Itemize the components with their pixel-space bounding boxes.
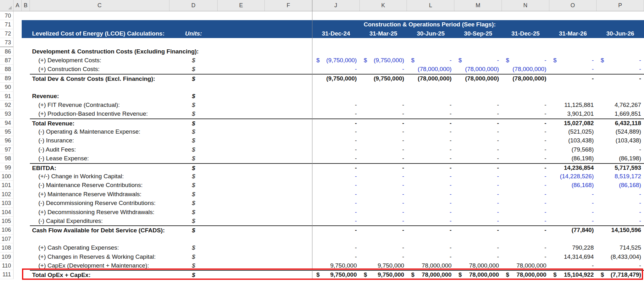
- cell-D100[interactable]: $: [169, 172, 218, 181]
- cell-E94[interactable]: [218, 119, 265, 127]
- cell-D94[interactable]: $: [169, 119, 218, 127]
- cell-K70[interactable]: [360, 11, 407, 20]
- cell-M111[interactable]: $78,000,000: [454, 270, 502, 279]
- cell-P106[interactable]: 14,150,596: [597, 225, 644, 234]
- cell-K110[interactable]: 9,750,000: [360, 261, 407, 270]
- cell-K94[interactable]: -: [360, 119, 407, 127]
- cell-F107[interactable]: [265, 235, 312, 243]
- row-header-73[interactable]: 73: [0, 38, 14, 47]
- cell-C86[interactable]: Development & Construction Costs (Exclud…: [30, 47, 199, 56]
- cell-N100[interactable]: -: [502, 172, 549, 181]
- row-header-103[interactable]: 103: [0, 199, 14, 207]
- cell-K106[interactable]: -: [360, 225, 407, 234]
- row-header-99[interactable]: 99: [0, 163, 14, 172]
- cell-K90[interactable]: [360, 83, 407, 91]
- cell-P107[interactable]: [597, 235, 644, 243]
- cell-O107[interactable]: [549, 235, 597, 243]
- cell-K97[interactable]: -: [360, 145, 407, 154]
- cell-M86[interactable]: [484, 47, 531, 56]
- cell-N107[interactable]: [502, 235, 549, 243]
- cell-O91[interactable]: [549, 92, 597, 101]
- cell-L89[interactable]: (78,000,000): [407, 74, 454, 83]
- cell-D73[interactable]: [169, 38, 218, 47]
- cell-O111[interactable]: $15,104,922: [549, 270, 597, 279]
- cell-O109[interactable]: 14,314,694: [549, 252, 597, 261]
- cell-P108[interactable]: 714,525: [597, 243, 644, 252]
- column-header-D[interactable]: D: [169, 0, 218, 11]
- column-header-L[interactable]: L: [407, 0, 454, 11]
- cell-F106[interactable]: [265, 225, 312, 234]
- cell-F109[interactable]: [265, 252, 312, 261]
- cell-L91[interactable]: [407, 92, 454, 101]
- cell-K105[interactable]: -: [360, 217, 407, 225]
- cell-E100[interactable]: [218, 172, 265, 181]
- cell-F90[interactable]: [265, 83, 312, 91]
- cell-O87[interactable]: $-: [549, 56, 597, 65]
- cell-P91[interactable]: [597, 92, 644, 101]
- cell-O73[interactable]: [549, 38, 597, 47]
- cell-L88[interactable]: (78,000,000): [407, 65, 454, 74]
- cell-J94[interactable]: -: [312, 119, 360, 127]
- cell-C106[interactable]: Cash Flow Available for Debt Service (CF…: [30, 225, 169, 234]
- cell-D86[interactable]: [199, 47, 247, 56]
- cell-L106[interactable]: -: [407, 225, 454, 234]
- cell-L70[interactable]: [407, 11, 454, 20]
- cell-J70[interactable]: [312, 11, 360, 20]
- cell-F102[interactable]: [265, 190, 312, 199]
- cell-N105[interactable]: -: [502, 217, 549, 225]
- cell-K73[interactable]: [360, 38, 407, 47]
- cell-K108[interactable]: -: [360, 243, 407, 252]
- cell-J98[interactable]: -: [312, 154, 360, 163]
- cell-K88[interactable]: -: [360, 65, 407, 74]
- row-header-111[interactable]: 111: [0, 270, 14, 279]
- cell-O89[interactable]: -: [549, 74, 597, 83]
- column-header-N[interactable]: N: [502, 0, 549, 11]
- cell-F95[interactable]: [265, 127, 312, 136]
- cell-O108[interactable]: 790,228: [549, 243, 597, 252]
- cell-N96[interactable]: -: [502, 136, 549, 145]
- cell-O105[interactable]: -: [549, 217, 597, 225]
- cell-F108[interactable]: [265, 243, 312, 252]
- cell-O93[interactable]: 3,901,201: [549, 109, 597, 118]
- cell-J92[interactable]: -: [312, 101, 360, 109]
- cell-O102[interactable]: -: [549, 190, 597, 199]
- cell-L104[interactable]: -: [407, 208, 454, 217]
- cell-F91[interactable]: [265, 92, 312, 101]
- cell-F70[interactable]: [265, 11, 312, 20]
- cell-N103[interactable]: -: [502, 199, 549, 207]
- cell-N92[interactable]: -: [502, 101, 549, 109]
- cell-M96[interactable]: -: [454, 136, 502, 145]
- cell-J104[interactable]: -: [312, 208, 360, 217]
- row-header-96[interactable]: 96: [0, 136, 14, 145]
- cell-F88[interactable]: [265, 65, 312, 74]
- cell-E109[interactable]: [218, 252, 265, 261]
- cell-F98[interactable]: [265, 154, 312, 163]
- cell-N87[interactable]: $-: [502, 56, 549, 65]
- cell-E95[interactable]: [218, 127, 265, 136]
- cell-O96[interactable]: (103,438): [549, 136, 597, 145]
- cell-P90[interactable]: [597, 83, 644, 91]
- cell-N104[interactable]: -: [502, 208, 549, 217]
- cell-O70[interactable]: [549, 11, 597, 20]
- cell-P96[interactable]: (103,438): [597, 136, 644, 145]
- cell-C73[interactable]: [30, 38, 169, 47]
- cell-J101[interactable]: -: [312, 181, 360, 190]
- cell-C100[interactable]: (+/-) Change in Working Capital:: [30, 172, 169, 181]
- cell-K89[interactable]: (9,750,000): [360, 74, 407, 83]
- column-header-A[interactable]: A: [14, 0, 22, 11]
- cell-M104[interactable]: -: [454, 208, 502, 217]
- cell-K107[interactable]: [360, 235, 407, 243]
- cell-F99[interactable]: [265, 163, 312, 172]
- cell-O100[interactable]: (14,228,526): [549, 172, 597, 181]
- cell-E101[interactable]: [218, 181, 265, 190]
- cell-D93[interactable]: $: [169, 109, 218, 118]
- cell-C87[interactable]: (+) Development Costs:: [30, 56, 169, 65]
- cell-O90[interactable]: [549, 83, 597, 91]
- cell-P111[interactable]: $(7,718,479): [597, 270, 644, 279]
- cell-J86[interactable]: [341, 47, 389, 56]
- cell-J87[interactable]: $(9,750,000): [312, 56, 360, 65]
- cell-N93[interactable]: -: [502, 109, 549, 118]
- cell-C89[interactable]: Total Dev & Constr Costs (Excl. Financin…: [30, 74, 169, 83]
- cell-D96[interactable]: $: [169, 136, 218, 145]
- cell-M90[interactable]: [454, 83, 502, 91]
